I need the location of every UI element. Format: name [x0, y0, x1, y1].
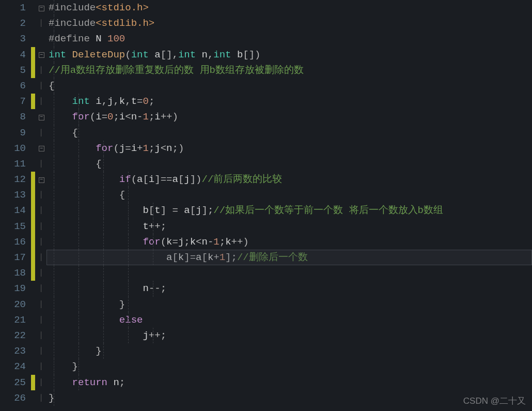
token-op: [	[172, 252, 178, 263]
change-mark	[31, 63, 35, 78]
token-id: j	[143, 330, 148, 341]
code-line[interactable]: {	[46, 125, 532, 141]
token-op: =	[172, 236, 178, 248]
code-line[interactable]: {	[46, 156, 532, 172]
fold-toggle-icon[interactable]: −	[36, 172, 46, 187]
token-op: (	[131, 174, 137, 185]
change-mark	[31, 16, 36, 31]
fold-guide: │	[36, 250, 46, 265]
line-number: 5	[0, 63, 26, 78]
token-id: j	[196, 205, 201, 216]
fold-guide: │	[36, 219, 46, 234]
line-number: 8	[0, 109, 26, 125]
code-line[interactable]: }	[46, 390, 532, 406]
token-op: }	[72, 361, 78, 372]
token-op: +	[213, 252, 219, 263]
token-op: ];	[225, 252, 237, 263]
code-line[interactable]: }	[46, 359, 532, 374]
token-op: ;	[113, 111, 119, 123]
code-line[interactable]: t++;	[46, 219, 532, 234]
line-number: 16	[0, 234, 26, 250]
fold-toggle-icon[interactable]: −	[36, 109, 46, 125]
token-kw-p: else	[119, 314, 143, 326]
code-line[interactable]: #include<stdlib.h>	[46, 16, 532, 31]
token-kw-g: int	[131, 49, 155, 60]
token-id: n	[202, 236, 208, 248]
code-line[interactable]: n--;	[46, 281, 532, 296]
line-number: 10	[0, 141, 26, 156]
fold-toggle-icon[interactable]: −	[36, 141, 46, 156]
token-id: a	[184, 205, 190, 216]
code-line[interactable]: int DeleteDup(int a[],int n,int b[])	[46, 47, 532, 63]
token-kw-g: int	[72, 96, 96, 107]
token-str: <stdlib.h>	[96, 18, 154, 29]
code-editor[interactable]: 1234567891011121314151617181920212223242…	[0, 0, 532, 411]
code-line[interactable]: if(a[i]==a[j])//前后两数的比较	[46, 172, 532, 187]
fold-gutter[interactable]: −│−│││−│−│−││││││││││││││	[36, 0, 46, 411]
token-op: ++;	[149, 221, 166, 232]
fold-guide: │	[36, 234, 46, 250]
line-number: 17	[0, 250, 26, 265]
code-line[interactable]: #include<stdio.h>	[46, 0, 532, 16]
fold-guide: │	[36, 265, 46, 281]
fold-guide: │	[36, 187, 46, 203]
fold-guide: │	[36, 359, 46, 374]
code-line[interactable]: {	[46, 78, 532, 94]
token-id: a	[172, 174, 178, 185]
line-number: 11	[0, 156, 26, 172]
token-id: i	[131, 143, 137, 154]
code-line[interactable]: b[t] = a[j];//如果后一个数等于前一个数 将后一个数放入b数组	[46, 203, 532, 218]
code-line[interactable]: }	[46, 297, 532, 312]
code-line[interactable]: for(i=0;i<n-1;i++)	[46, 109, 532, 125]
token-num: 100	[107, 33, 125, 44]
token-op: ;	[149, 143, 154, 154]
token-op: }	[96, 345, 101, 357]
fold-toggle-icon[interactable]: −	[36, 0, 46, 16]
change-mark	[31, 172, 35, 187]
token-op: ;	[149, 96, 154, 107]
code-line[interactable]: j++;	[46, 328, 532, 343]
code-line[interactable]: //用a数组存放删除重复数后的数 用b数组存放被删除的数	[46, 63, 532, 78]
change-mark	[31, 234, 35, 250]
change-mark	[31, 390, 36, 406]
token-op: <	[125, 111, 131, 123]
code-area[interactable]: #include<stdio.h>#include<stdlib.h>#defi…	[46, 0, 532, 411]
code-line[interactable]: #define N 100	[46, 31, 532, 47]
token-op: ,	[208, 49, 213, 60]
token-op: +	[137, 143, 143, 154]
change-mark	[31, 125, 36, 141]
token-op: ++)	[161, 111, 178, 123]
fold-guide: │	[36, 63, 46, 78]
fold-guide: │	[36, 390, 46, 406]
token-op: (	[161, 236, 166, 248]
code-line[interactable]	[46, 265, 532, 281]
code-line[interactable]: return n;	[46, 375, 532, 390]
code-line[interactable]: }	[46, 343, 532, 359]
token-op: {	[96, 158, 101, 170]
change-mark	[31, 375, 35, 390]
change-mark	[31, 0, 36, 16]
token-op: (	[125, 49, 131, 60]
code-line[interactable]: int i,j,k,t=0;	[46, 94, 532, 109]
token-id: n	[143, 283, 148, 294]
token-op: ,	[113, 96, 119, 107]
line-number: 12	[0, 172, 26, 187]
code-line[interactable]: a[k]=a[k+1];//删除后一个数	[46, 250, 532, 265]
fold-toggle-icon[interactable]: −	[36, 47, 46, 63]
change-mark	[31, 265, 35, 281]
token-op: --;	[149, 283, 166, 294]
line-number: 22	[0, 328, 26, 343]
code-line[interactable]: for(k=j;k<n-1;k++)	[46, 234, 532, 250]
token-op: =	[137, 96, 143, 107]
code-line[interactable]: for(j=i+1;j<n;)	[46, 141, 532, 156]
token-cmt: //删除后一个数	[237, 252, 308, 263]
line-number: 7	[0, 94, 26, 109]
watermark-text: CSDN @二十又	[463, 395, 526, 407]
fold-guide: │	[36, 78, 46, 94]
change-mark	[31, 312, 36, 328]
code-line[interactable]: {	[46, 187, 532, 203]
change-marks-gutter	[31, 0, 36, 411]
token-cmt: //用a数组存放删除重复数后的数 用b数组存放被删除的数	[49, 65, 304, 76]
code-line[interactable]: else	[46, 312, 532, 328]
token-op: ;	[184, 236, 190, 248]
